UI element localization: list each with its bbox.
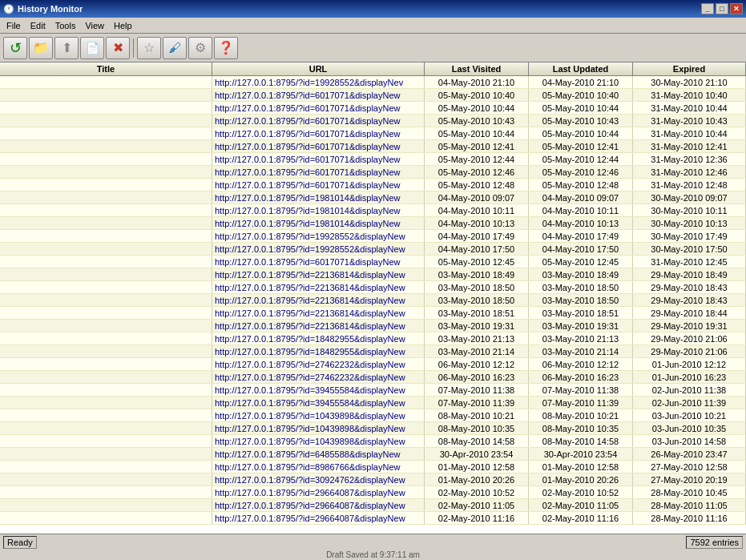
cell-title	[0, 153, 212, 165]
cell-title	[0, 243, 212, 255]
cell-expired: 30-May-2010 10:11	[633, 204, 746, 216]
table-row[interactable]: http://127.0.0.1:8795/?id=1981014&displa…	[0, 191, 746, 204]
cell-last-updated: 03-May-2010 18:51	[529, 307, 633, 319]
cell-title	[0, 217, 212, 229]
table-row[interactable]: http://127.0.0.1:8795/?id=22136814&displ…	[0, 294, 746, 307]
cell-expired: 29-May-2010 18:49	[633, 268, 746, 280]
table-row[interactable]: http://127.0.0.1:8795/?id=8986766&displa…	[0, 461, 746, 473]
table-row[interactable]: http://127.0.0.1:8795/?id=29664087&displ…	[0, 512, 746, 525]
cell-last-updated: 03-May-2010 18:49	[529, 268, 633, 280]
cell-last-updated: 03-May-2010 21:14	[529, 345, 633, 357]
table-row[interactable]: http://127.0.0.1:8795/?id=19928552&displ…	[0, 230, 746, 243]
menu-file[interactable]: File	[2, 19, 26, 32]
cell-title	[0, 281, 212, 293]
cell-last-updated: 05-May-2010 10:44	[529, 127, 633, 139]
table-body[interactable]: http://127.0.0.1:8795/?id=19928552&displ…	[0, 76, 746, 534]
table-row[interactable]: http://127.0.0.1:8795/?id=1981014&displa…	[0, 217, 746, 230]
cell-last-updated: 05-May-2010 10:43	[529, 115, 633, 127]
table-row[interactable]: http://127.0.0.1:8795/?id=30924762&displ…	[0, 473, 746, 486]
entry-count: 7592 entries	[686, 536, 743, 549]
cell-url: http://127.0.0.1:8795/?id=22136814&displ…	[212, 268, 425, 280]
cell-title	[0, 230, 212, 242]
table-row[interactable]: http://127.0.0.1:8795/?id=27462232&displ…	[0, 358, 746, 371]
table-row[interactable]: http://127.0.0.1:8795/?id=22136814&displ…	[0, 268, 746, 281]
cell-last-updated: 05-May-2010 12:41	[529, 140, 633, 152]
cell-expired: 26-May-2010 23:47	[633, 448, 746, 460]
col-header-last-updated: Last Updated	[529, 62, 633, 75]
menu-view[interactable]: View	[80, 19, 109, 32]
cell-expired: 31-May-2010 12:48	[633, 179, 746, 191]
settings-button[interactable]: ⚙	[188, 37, 212, 59]
cell-last-visited: 03-May-2010 18:51	[425, 307, 529, 319]
table-row[interactable]: http://127.0.0.1:8795/?id=18482955&displ…	[0, 345, 746, 358]
close-button[interactable]: ✕	[730, 3, 743, 14]
table-row[interactable]: http://127.0.0.1:8795/?id=6017071&displa…	[0, 153, 746, 166]
cell-last-updated: 30-Apr-2010 23:54	[529, 448, 633, 460]
back-button[interactable]: ⬆	[54, 37, 79, 59]
cell-last-visited: 04-May-2010 10:13	[425, 217, 529, 229]
table-row[interactable]: http://127.0.0.1:8795/?id=39455584&displ…	[0, 384, 746, 397]
cell-last-updated: 04-May-2010 09:07	[529, 191, 633, 203]
table-row[interactable]: http://127.0.0.1:8795/?id=10439898&displ…	[0, 422, 746, 435]
table-row[interactable]: http://127.0.0.1:8795/?id=19928552&displ…	[0, 76, 746, 89]
cell-title	[0, 461, 212, 473]
cell-url: http://127.0.0.1:8795/?id=19928552&displ…	[212, 230, 425, 242]
cell-expired: 31-May-2010 12:41	[633, 140, 746, 152]
table-row[interactable]: http://127.0.0.1:8795/?id=6017071&displa…	[0, 102, 746, 115]
cell-url: http://127.0.0.1:8795/?id=19928552&displ…	[212, 76, 425, 88]
table-row[interactable]: http://127.0.0.1:8795/?id=18482955&displ…	[0, 332, 746, 345]
cell-last-updated: 05-May-2010 10:40	[529, 89, 633, 101]
refresh-button[interactable]: ↺	[3, 37, 27, 59]
table-row[interactable]: http://127.0.0.1:8795/?id=10439898&displ…	[0, 409, 746, 422]
table-row[interactable]: http://127.0.0.1:8795/?id=1981014&displa…	[0, 204, 746, 217]
menu-help[interactable]: Help	[109, 19, 137, 32]
table-row[interactable]: http://127.0.0.1:8795/?id=6017071&displa…	[0, 140, 746, 153]
help-button[interactable]: ❓	[214, 37, 238, 59]
table-row[interactable]: http://127.0.0.1:8795/?id=6485588&displa…	[0, 448, 746, 461]
cell-expired: 31-May-2010 12:46	[633, 166, 746, 178]
cell-url: http://127.0.0.1:8795/?id=30924762&displ…	[212, 473, 425, 485]
cell-title	[0, 384, 212, 396]
table-row[interactable]: http://127.0.0.1:8795/?id=22136814&displ…	[0, 281, 746, 294]
table-row[interactable]: http://127.0.0.1:8795/?id=6017071&displa…	[0, 166, 746, 179]
table-row[interactable]: http://127.0.0.1:8795/?id=29664087&displ…	[0, 499, 746, 512]
table-row[interactable]: http://127.0.0.1:8795/?id=10439898&displ…	[0, 435, 746, 448]
cell-url: http://127.0.0.1:8795/?id=29664087&displ…	[212, 512, 425, 524]
table-row[interactable]: http://127.0.0.1:8795/?id=6017071&displa…	[0, 127, 746, 140]
star-button[interactable]: ☆	[137, 37, 161, 59]
table-row[interactable]: http://127.0.0.1:8795/?id=22136814&displ…	[0, 320, 746, 332]
table-row[interactable]: http://127.0.0.1:8795/?id=6017071&displa…	[0, 179, 746, 191]
menu-tools[interactable]: Tools	[50, 19, 81, 32]
cell-title	[0, 179, 212, 191]
table-row[interactable]: http://127.0.0.1:8795/?id=22136814&displ…	[0, 307, 746, 320]
restore-button[interactable]: □	[716, 3, 728, 14]
table-row[interactable]: http://127.0.0.1:8795/?id=27462232&displ…	[0, 371, 746, 384]
table-row[interactable]: http://127.0.0.1:8795/?id=6017071&displa…	[0, 256, 746, 268]
cell-url: http://127.0.0.1:8795/?id=22136814&displ…	[212, 320, 425, 332]
cell-expired: 30-May-2010 17:50	[633, 243, 746, 255]
cell-last-visited: 05-May-2010 12:46	[425, 166, 529, 178]
copy-button[interactable]: 📄	[80, 37, 104, 59]
cell-expired: 01-Jun-2010 12:12	[633, 358, 746, 370]
table-row[interactable]: http://127.0.0.1:8795/?id=19928552&displ…	[0, 243, 746, 256]
table-row[interactable]: http://127.0.0.1:8795/?id=6017071&displa…	[0, 115, 746, 127]
delete-button[interactable]: ✖	[106, 37, 130, 59]
cell-url: http://127.0.0.1:8795/?id=6017071&displa…	[212, 115, 425, 127]
table-row[interactable]: http://127.0.0.1:8795/?id=6017071&displa…	[0, 89, 746, 102]
menu-edit[interactable]: Edit	[26, 19, 50, 32]
cell-last-visited: 03-May-2010 18:50	[425, 294, 529, 306]
cell-title	[0, 435, 212, 447]
table-row[interactable]: http://127.0.0.1:8795/?id=39455584&displ…	[0, 397, 746, 409]
table-row[interactable]: http://127.0.0.1:8795/?id=29664087&displ…	[0, 486, 746, 499]
cell-last-visited: 04-May-2010 10:11	[425, 204, 529, 216]
cell-last-updated: 04-May-2010 17:50	[529, 243, 633, 255]
cell-expired: 27-May-2010 20:19	[633, 473, 746, 485]
cell-expired: 31-May-2010 12:45	[633, 256, 746, 268]
clear-button[interactable]: 🖌	[163, 37, 187, 59]
minimize-button[interactable]: _	[701, 3, 714, 14]
cell-last-visited: 05-May-2010 10:43	[425, 115, 529, 127]
cell-url: http://127.0.0.1:8795/?id=19928552&displ…	[212, 243, 425, 255]
cell-last-updated: 02-May-2010 11:16	[529, 512, 633, 524]
folder-button[interactable]: 📁	[29, 37, 53, 59]
cell-expired: 28-May-2010 11:16	[633, 512, 746, 524]
